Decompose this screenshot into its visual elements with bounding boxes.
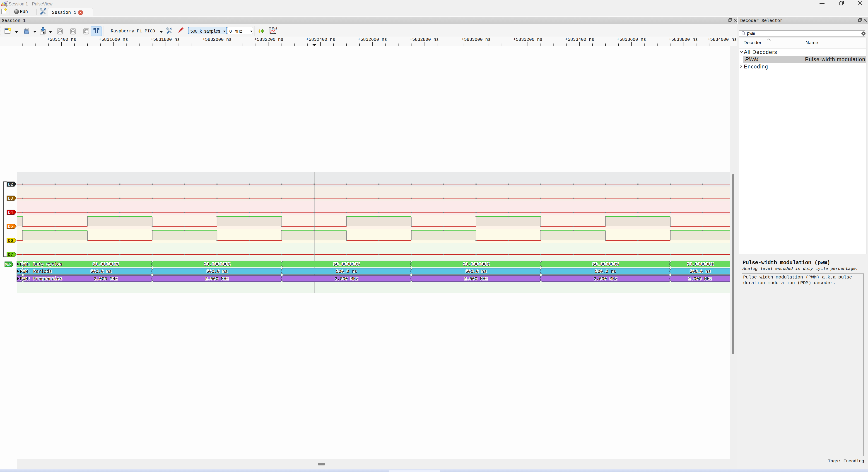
- svg-text:+5831800 ns: +5831800 ns: [151, 37, 180, 42]
- svg-text:+5832800 ns: +5832800 ns: [409, 37, 439, 42]
- svg-text:2.000 MHz: 2.000 MHz: [594, 276, 618, 282]
- svg-text:500.0 ns: 500.0 ns: [336, 269, 357, 274]
- svg-text:2.000 MHz: 2.000 MHz: [688, 276, 712, 282]
- svg-text:D6: D6: [8, 238, 13, 243]
- svg-text:+5832600 ns: +5832600 ns: [358, 37, 387, 42]
- svg-text:+5831400 ns: +5831400 ns: [47, 37, 76, 42]
- svg-text:PWM: PWM: [5, 263, 11, 267]
- svg-text:+5832000 ns: +5832000 ns: [203, 37, 232, 42]
- svg-text:D4: D4: [8, 210, 13, 215]
- svg-text:D7: D7: [8, 253, 13, 257]
- svg-text:50.000000%: 50.000000%: [592, 262, 619, 267]
- svg-text:+5833600 ns: +5833600 ns: [617, 37, 646, 42]
- svg-text:+5833400 ns: +5833400 ns: [565, 37, 594, 42]
- svg-text:PWM: Frequencies: PWM: Frequencies: [20, 276, 62, 282]
- svg-text:PWM: Duty cycles: PWM: Duty cycles: [20, 262, 62, 267]
- svg-text:PWM: Periods: PWM: Periods: [20, 269, 52, 274]
- svg-text:2.000 MHz: 2.000 MHz: [335, 276, 358, 282]
- svg-text:+5833000 ns: +5833000 ns: [461, 37, 491, 42]
- svg-text:50.000000%: 50.000000%: [463, 262, 489, 267]
- svg-text:500.0 ns: 500.0 ns: [206, 269, 228, 274]
- svg-text:50.000000%: 50.000000%: [333, 262, 360, 267]
- svg-text:+5833800 ns: +5833800 ns: [669, 37, 698, 42]
- svg-text:2.000 MHz: 2.000 MHz: [205, 276, 229, 282]
- svg-text:500.0 ns: 500.0 ns: [465, 269, 487, 274]
- svg-text:500.0 ns: 500.0 ns: [90, 269, 112, 274]
- svg-text:+5834000 ns: +5834000 ns: [708, 37, 737, 42]
- svg-text:50.000000%: 50.000000%: [92, 262, 119, 267]
- svg-text:+5832400 ns: +5832400 ns: [306, 37, 335, 42]
- svg-text:+5833200 ns: +5833200 ns: [513, 37, 542, 42]
- svg-text:+5832200 ns: +5832200 ns: [254, 37, 283, 42]
- svg-text:8 MHz: 8 MHz: [229, 29, 243, 34]
- svg-text:50.000000%: 50.000000%: [204, 262, 230, 267]
- svg-text:2.000 MHz: 2.000 MHz: [464, 276, 488, 282]
- svg-text:D5: D5: [8, 224, 13, 229]
- svg-text:500.0 ns: 500.0 ns: [689, 269, 711, 274]
- svg-text:500 k samples: 500 k samples: [190, 29, 220, 34]
- svg-text:f(x): f(x): [272, 26, 277, 30]
- svg-text:D2: D2: [8, 182, 13, 187]
- svg-text:2.000 MHz: 2.000 MHz: [94, 276, 118, 282]
- svg-text:+5831600 ns: +5831600 ns: [99, 37, 128, 42]
- svg-text:500.0 ns: 500.0 ns: [595, 269, 616, 274]
- svg-text:D3: D3: [8, 196, 13, 201]
- svg-text:50.000000%: 50.000000%: [687, 262, 714, 267]
